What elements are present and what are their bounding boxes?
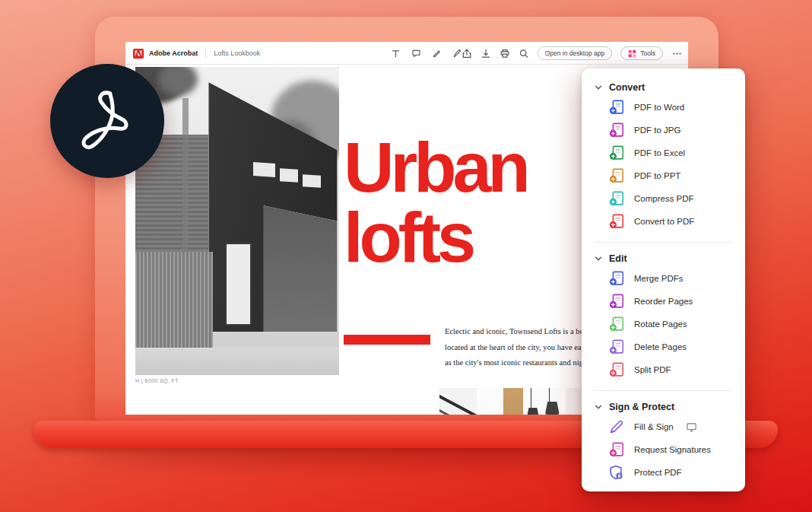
panel-section-convert: Convert PDF to Word PDF to JPG: [582, 75, 745, 239]
section-header-convert[interactable]: Convert: [582, 82, 745, 96]
chevron-down-icon: [594, 83, 603, 92]
panel-divider: [594, 242, 733, 243]
tools-panel-sections: Convert PDF to Word PDF to JPG: [582, 75, 745, 490]
toolbar-left-group: Adobe Acrobat Lofts Lookbook: [133, 42, 260, 65]
tools-panel: Convert PDF to Word PDF to JPG: [582, 68, 745, 491]
reorder-pages-icon: [608, 293, 625, 310]
tool-item-compress-pdf[interactable]: Compress PDF: [582, 187, 745, 210]
search-icon[interactable]: [519, 48, 529, 59]
app-title: Adobe Acrobat: [149, 49, 198, 57]
section-label: Convert: [609, 82, 645, 93]
tool-item-label: PDF to Excel: [634, 148, 685, 157]
text-tool-icon[interactable]: [390, 48, 401, 59]
tool-item-request-signatures[interactable]: Request Signatures: [582, 438, 745, 461]
tool-item-label: Compress PDF: [634, 194, 694, 203]
fill-sign-pen-icon: [608, 418, 625, 435]
tool-item-label: Split PDF: [634, 365, 671, 374]
merge-pdfs-icon: [608, 270, 625, 287]
toolbar-right-group: Open in desktop app Tools: [462, 42, 682, 65]
request-signatures-icon: [608, 441, 625, 458]
tool-item-rotate-pages[interactable]: Rotate Pages: [582, 313, 745, 336]
tool-item-label: Convert to PDF: [634, 217, 694, 226]
rotate-pages-icon: [608, 316, 625, 332]
download-icon[interactable]: [481, 48, 491, 59]
tool-item-label: PDF to JPG: [634, 126, 680, 135]
tool-item-label: Delete Pages: [634, 342, 687, 351]
photo-caption: H | 6000 SQ. FT: [135, 378, 179, 383]
tool-item-delete-pages[interactable]: Delete Pages: [582, 336, 745, 358]
section-label: Sign & Protect: [609, 402, 674, 412]
acrobat-toolbar: Adobe Acrobat Lofts Lookbook Open in des…: [125, 42, 688, 65]
section-label: Edit: [609, 253, 627, 264]
tool-item-label: Request Signatures: [634, 445, 711, 454]
display-icon: [686, 421, 697, 433]
tools-button[interactable]: Tools: [620, 46, 663, 60]
split-pdf-icon: [608, 361, 625, 378]
highlighter-icon[interactable]: [431, 48, 442, 59]
delete-pages-icon: [608, 339, 625, 355]
tool-item-split-pdf[interactable]: Split PDF: [582, 358, 745, 381]
pdf-to-excel-icon: [608, 145, 625, 161]
chevron-down-icon: [594, 254, 603, 263]
document-title: Lofts Lookbook: [214, 49, 260, 57]
pdf-to-word-icon: [608, 99, 625, 116]
adobe-acrobat-logo-icon: [133, 48, 144, 59]
tool-item-reorder-pages[interactable]: Reorder Pages: [582, 290, 745, 313]
document-paragraph: Eclectic and iconic, Townsend Lofts is a…: [445, 324, 583, 377]
tool-item-convert-to-pdf[interactable]: Convert to PDF: [582, 210, 745, 233]
tool-item-label: PDF to PPT: [634, 171, 680, 180]
print-icon[interactable]: [500, 48, 510, 59]
open-in-desktop-app-button[interactable]: Open in desktop app: [538, 46, 612, 60]
toolbar-divider: [205, 49, 206, 58]
tool-item-protect-pdf[interactable]: Protect PDF: [582, 461, 745, 484]
panel-section-edit: Edit Merge PDFs Reorder Pages: [582, 246, 745, 387]
panel-divider: [594, 390, 733, 391]
tool-item-merge-pdfs[interactable]: Merge PDFs: [582, 267, 745, 290]
paragraph-line: located at the heart of the city, you ha…: [445, 340, 583, 356]
tools-grid-icon: [628, 49, 636, 58]
tool-item-pdf-to-excel[interactable]: PDF to Excel: [582, 142, 745, 164]
protect-pdf-shield-icon: [608, 464, 625, 481]
pdf-to-jpg-icon: [608, 122, 625, 138]
document-heading: Urban lofts: [344, 132, 595, 272]
comment-icon[interactable]: [411, 48, 421, 59]
tool-item-label: Rotate Pages: [634, 320, 687, 329]
pdf-to-ppt-icon: [608, 167, 625, 184]
compress-pdf-icon: [608, 190, 625, 207]
chevron-down-icon: [594, 402, 603, 412]
tool-item-pdf-to-word[interactable]: PDF to Word: [582, 96, 745, 119]
more-options-icon[interactable]: [671, 48, 682, 59]
panel-section-sign-protect: Sign & Protect Fill & Sign Request Signa…: [582, 394, 745, 490]
tool-item-label: Protect PDF: [634, 468, 682, 477]
convert-to-pdf-icon: [608, 213, 625, 230]
tool-item-label: PDF to Word: [634, 103, 684, 112]
stairs-photo: [439, 388, 477, 415]
heading-underline-bar: [344, 335, 430, 345]
kitchen-photo: [481, 388, 561, 415]
toolbar-center-icons: [390, 42, 462, 65]
tool-item-label: Fill & Sign: [634, 422, 674, 431]
section-header-sign-protect[interactable]: Sign & Protect: [582, 402, 745, 415]
tool-item-pdf-to-ppt[interactable]: PDF to PPT: [582, 164, 745, 187]
tool-item-label: Merge PDFs: [634, 274, 684, 283]
tool-item-label: Reorder Pages: [634, 297, 693, 306]
paragraph-line: as the city's most iconic restaurants an…: [445, 355, 583, 371]
acrobat-badge: [50, 64, 164, 178]
building-photo: [135, 67, 339, 375]
tool-item-fill-sign[interactable]: Fill & Sign: [582, 415, 745, 438]
section-header-edit[interactable]: Edit: [582, 253, 745, 267]
stage: Adobe Acrobat Lofts Lookbook Open in des…: [0, 0, 812, 512]
acrobat-logo-icon: [72, 84, 142, 157]
paragraph-line: Eclectic and iconic, Townsend Lofts is a…: [445, 324, 583, 340]
share-icon[interactable]: [462, 48, 472, 59]
tool-item-pdf-to-jpg[interactable]: PDF to JPG: [582, 119, 745, 142]
toolbar-right-icons: [462, 48, 529, 59]
